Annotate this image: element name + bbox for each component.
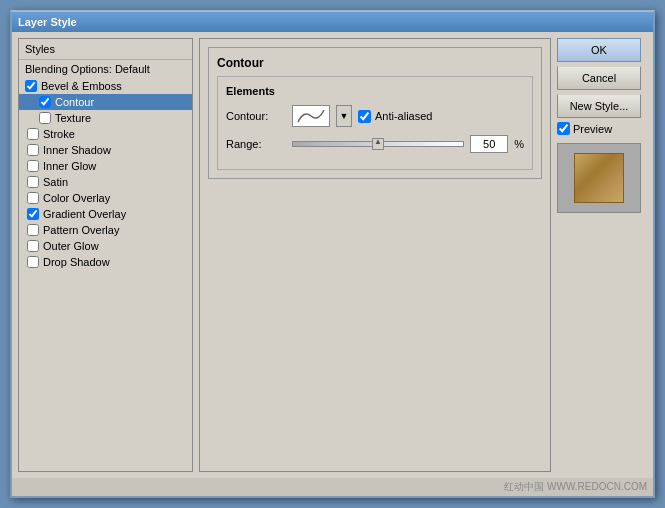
ok-button[interactable]: OK [557,38,641,62]
sidebar-item-inner-glow[interactable]: Inner Glow [19,158,192,174]
texture-checkbox[interactable] [39,112,51,124]
inner-shadow-checkbox[interactable] [27,144,39,156]
title-bar: Layer Style [12,12,653,32]
left-panel: Styles Blending Options: Default Bevel &… [18,38,193,472]
section-title: Contour [217,56,533,70]
anti-aliased-checkbox[interactable] [358,110,371,123]
main-panel: Contour Elements Contour: ▼ [199,38,551,472]
anti-aliased-row[interactable]: Anti-aliased [358,110,432,123]
range-row: Range: % [226,135,524,153]
preview-label: Preview [573,123,612,135]
preview-checkbox[interactable] [557,122,570,135]
texture-label: Texture [55,112,91,124]
preview-box [557,143,641,213]
watermark: 红动中国 WWW.REDOCN.COM [12,478,653,496]
range-label: Range: [226,138,286,150]
title-text: Layer Style [18,16,77,28]
range-value-input[interactable] [470,135,508,153]
styles-header: Styles [19,39,192,60]
bevel-emboss-label: Bevel & Emboss [41,80,122,92]
sidebar-item-inner-shadow[interactable]: Inner Shadow [19,142,192,158]
inner-shadow-label: Inner Shadow [43,144,111,156]
range-slider-track[interactable] [292,141,464,147]
outer-glow-label: Outer Glow [43,240,99,252]
anti-aliased-label: Anti-aliased [375,110,432,122]
inner-glow-label: Inner Glow [43,160,96,172]
new-style-button[interactable]: New Style... [557,94,641,118]
drop-shadow-label: Drop Shadow [43,256,110,268]
sidebar-item-drop-shadow[interactable]: Drop Shadow [19,254,192,270]
layer-style-dialog: Layer Style Styles Blending Options: Def… [10,10,655,498]
bevel-emboss-checkbox[interactable] [25,80,37,92]
sidebar-item-texture[interactable]: Texture [19,110,192,126]
sidebar-item-color-overlay[interactable]: Color Overlay [19,190,192,206]
stroke-checkbox[interactable] [27,128,39,140]
contour-dropdown-btn[interactable]: ▼ [336,105,352,127]
outer-glow-checkbox[interactable] [27,240,39,252]
sidebar-item-outer-glow[interactable]: Outer Glow [19,238,192,254]
color-overlay-checkbox[interactable] [27,192,39,204]
preview-thumbnail [574,153,624,203]
sidebar-item-pattern-overlay[interactable]: Pattern Overlay [19,222,192,238]
preview-row: Preview [557,122,647,135]
gradient-overlay-label: Gradient Overlay [43,208,126,220]
right-panel: OK Cancel New Style... Preview [557,38,647,472]
pattern-overlay-label: Pattern Overlay [43,224,119,236]
elements-subsection: Elements Contour: ▼ A [217,76,533,170]
contour-checkbox[interactable] [39,96,51,108]
contour-field-label: Contour: [226,110,286,122]
stroke-label: Stroke [43,128,75,140]
contour-section: Contour Elements Contour: ▼ [208,47,542,179]
sidebar-item-gradient-overlay[interactable]: Gradient Overlay [19,206,192,222]
contour-preview[interactable] [292,105,330,127]
cancel-button[interactable]: Cancel [557,66,641,90]
range-unit: % [514,138,524,150]
sidebar-item-stroke[interactable]: Stroke [19,126,192,142]
color-overlay-label: Color Overlay [43,192,110,204]
pattern-overlay-checkbox[interactable] [27,224,39,236]
dialog-body: Styles Blending Options: Default Bevel &… [12,32,653,478]
satin-label: Satin [43,176,68,188]
subsection-title: Elements [226,85,524,97]
contour-label: Contour [55,96,94,108]
gradient-overlay-checkbox[interactable] [27,208,39,220]
range-slider-container [292,141,464,147]
satin-checkbox[interactable] [27,176,39,188]
contour-row: Contour: ▼ Anti-aliased [226,105,524,127]
blending-options-label[interactable]: Blending Options: Default [19,60,192,78]
range-slider-thumb[interactable] [372,138,384,150]
sidebar-item-bevel-emboss[interactable]: Bevel & Emboss [19,78,192,94]
drop-shadow-checkbox[interactable] [27,256,39,268]
inner-glow-checkbox[interactable] [27,160,39,172]
sidebar-item-contour[interactable]: Contour [19,94,192,110]
sidebar-item-satin[interactable]: Satin [19,174,192,190]
